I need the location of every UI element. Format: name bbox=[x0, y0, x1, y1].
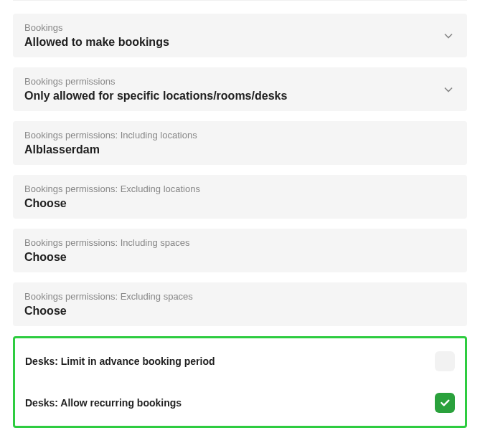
setting-content: Bookings Allowed to make bookings bbox=[24, 22, 169, 49]
toggle-label: Desks: Allow recurring bookings bbox=[25, 397, 182, 409]
setting-value: Allowed to make bookings bbox=[24, 36, 169, 49]
setting-row-bookings[interactable]: Bookings Allowed to make bookings bbox=[13, 14, 467, 57]
setting-row-bookings-permissions[interactable]: Bookings permissions Only allowed for sp… bbox=[13, 67, 467, 111]
toggle-label: Desks: Limit in advance booking period bbox=[25, 356, 215, 367]
setting-value: Choose bbox=[24, 251, 190, 264]
setting-row-excluding-locations[interactable]: Bookings permissions: Excluding location… bbox=[13, 175, 467, 219]
highlighted-section: Desks: Limit in advance booking period D… bbox=[13, 336, 467, 428]
setting-label: Bookings permissions: Excluding location… bbox=[24, 184, 200, 194]
setting-row-excluding-spaces[interactable]: Bookings permissions: Excluding spaces C… bbox=[13, 282, 467, 326]
setting-content: Bookings permissions: Excluding spaces C… bbox=[24, 291, 193, 318]
toggle-allow-recurring[interactable] bbox=[435, 393, 455, 413]
setting-label: Bookings permissions: Excluding spaces bbox=[24, 291, 193, 302]
setting-label: Bookings permissions: Including location… bbox=[24, 130, 197, 140]
setting-label: Bookings bbox=[24, 22, 169, 33]
setting-value: Only allowed for specific locations/room… bbox=[24, 90, 287, 103]
divider bbox=[13, 0, 467, 1]
toggle-row-limit-advance: Desks: Limit in advance booking period bbox=[24, 345, 456, 377]
setting-content: Bookings permissions: Including location… bbox=[24, 130, 197, 156]
setting-value: Alblasserdam bbox=[24, 143, 197, 156]
setting-row-including-locations[interactable]: Bookings permissions: Including location… bbox=[13, 121, 467, 165]
setting-value: Choose bbox=[24, 305, 193, 318]
chevron-down-icon bbox=[441, 82, 456, 97]
toggle-row-allow-recurring: Desks: Allow recurring bookings bbox=[24, 387, 456, 419]
setting-content: Bookings permissions: Excluding location… bbox=[24, 184, 200, 210]
setting-label: Bookings permissions: Including spaces bbox=[24, 237, 190, 248]
setting-row-including-spaces[interactable]: Bookings permissions: Including spaces C… bbox=[13, 229, 467, 272]
chevron-down-icon bbox=[441, 29, 456, 43]
toggle-limit-advance[interactable] bbox=[435, 351, 455, 371]
setting-value: Choose bbox=[24, 197, 200, 210]
setting-content: Bookings permissions: Including spaces C… bbox=[24, 237, 190, 264]
checkmark-icon bbox=[439, 397, 451, 409]
setting-label: Bookings permissions bbox=[24, 76, 287, 87]
setting-content: Bookings permissions Only allowed for sp… bbox=[24, 76, 287, 103]
